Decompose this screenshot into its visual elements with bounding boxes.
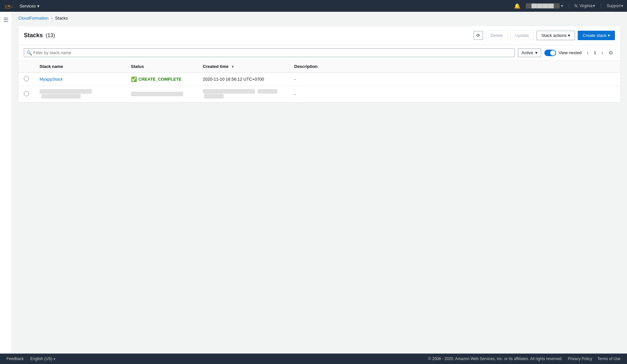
feedback-link[interactable]: Feedback bbox=[7, 356, 24, 361]
table-row: MyappStack ✅ CREATE_COMPLETE 2020-11-10 … bbox=[19, 72, 620, 86]
region-menu[interactable]: N. Virginia ▾ bbox=[574, 4, 595, 8]
region-chevron-icon: ▾ bbox=[593, 4, 595, 8]
top-nav-right: 🔔 ████████ ▾ | N. Virginia ▾ | Support ▾ bbox=[514, 3, 623, 9]
create-stack-chevron-icon: ▾ bbox=[608, 33, 610, 38]
footer-left: Feedback English (US) ▾ bbox=[7, 356, 55, 361]
breadcrumb: CloudFormation › Stacks bbox=[18, 16, 620, 21]
page-number: 1 bbox=[592, 50, 598, 55]
breadcrumb-current: Stacks bbox=[55, 16, 68, 21]
user-menu[interactable]: ████████ ▾ bbox=[526, 3, 563, 8]
row1-radio[interactable] bbox=[24, 76, 29, 81]
aws-logo[interactable] bbox=[4, 3, 14, 9]
page-layout: ☰ CloudFormation › Stacks Stacks (13) ⟳ bbox=[0, 12, 627, 354]
hamburger-icon: ☰ bbox=[3, 16, 8, 24]
row2-radio[interactable] bbox=[24, 91, 29, 96]
table-row: - bbox=[19, 86, 620, 103]
col-header-description[interactable]: Description bbox=[289, 61, 620, 72]
toggle-knob bbox=[550, 50, 555, 55]
language-selector[interactable]: English (US) ▾ bbox=[30, 356, 55, 361]
row2-status-cell bbox=[126, 86, 198, 103]
status-complete-icon: ✅ bbox=[131, 76, 137, 82]
panel-header: Stacks (13) ⟳ Delete Update Stack action… bbox=[19, 26, 620, 45]
stack-actions-chevron-icon: ▾ bbox=[568, 33, 570, 38]
row1-created-cell: 2020-11-10 16:56:12 UTC+0700 bbox=[198, 72, 289, 86]
services-chevron-icon: ▾ bbox=[37, 4, 40, 8]
refresh-button[interactable]: ⟳ bbox=[474, 31, 483, 40]
search-wrapper: 🔍 bbox=[24, 48, 515, 57]
support-menu[interactable]: Support ▾ bbox=[607, 4, 623, 8]
create-stack-button[interactable]: Create stack ▾ bbox=[578, 31, 615, 40]
row2-created-redacted2 bbox=[258, 89, 277, 94]
stacks-panel: Stacks (13) ⟳ Delete Update Stack action… bbox=[18, 26, 620, 103]
row1-radio-cell bbox=[19, 72, 34, 86]
prev-page-button[interactable]: ‹ bbox=[585, 49, 590, 57]
row2-created-redacted3 bbox=[204, 94, 224, 99]
panel-title: Stacks (13) bbox=[24, 32, 55, 39]
stack-name-filter-input[interactable] bbox=[24, 48, 515, 57]
sort-created-icon: ▼ bbox=[231, 65, 234, 69]
top-nav-left: Services ▾ bbox=[4, 3, 40, 9]
row1-status-cell: ✅ CREATE_COMPLETE bbox=[126, 72, 198, 86]
status-filter-chevron-icon: ▾ bbox=[535, 50, 538, 55]
footer-right: © 2008 - 2020, Amazon Web Services, Inc.… bbox=[428, 356, 620, 361]
col-header-status[interactable]: Status bbox=[126, 61, 198, 72]
col-header-name[interactable]: Stack name bbox=[34, 61, 126, 72]
pagination: ‹ 1 › ⚙ bbox=[585, 48, 615, 57]
view-nested-label: View nested bbox=[559, 50, 582, 55]
main-content: CloudFormation › Stacks Stacks (13) ⟳ De… bbox=[12, 12, 627, 354]
stacks-table: Stack name Status Created time ▼ Descrip… bbox=[19, 61, 620, 103]
row1-status-badge: ✅ CREATE_COMPLETE bbox=[131, 76, 192, 82]
top-nav: Services ▾ 🔔 ████████ ▾ | N. Virginia ▾ … bbox=[0, 0, 627, 12]
view-nested-toggle[interactable] bbox=[544, 50, 556, 56]
row2-created-cell bbox=[198, 86, 289, 103]
footer: Feedback English (US) ▾ © 2008 - 2020, A… bbox=[0, 354, 627, 364]
terms-of-use-link[interactable]: Terms of Use bbox=[597, 356, 620, 361]
support-chevron-icon: ▾ bbox=[621, 4, 623, 8]
notification-bell-icon[interactable]: 🔔 bbox=[514, 3, 521, 9]
user-chevron-icon: ▾ bbox=[561, 4, 563, 8]
language-chevron-icon: ▾ bbox=[54, 357, 55, 361]
sidebar-toggle-button[interactable]: ☰ bbox=[0, 12, 12, 354]
stack-actions-button[interactable]: Stack actions ▾ bbox=[537, 31, 575, 40]
row2-status-redacted bbox=[131, 92, 183, 96]
search-icon: 🔍 bbox=[26, 50, 32, 55]
user-name: ████████ bbox=[526, 3, 560, 8]
delete-button[interactable]: Delete bbox=[486, 31, 508, 40]
row1-name-cell: MyappStack bbox=[34, 72, 126, 86]
row2-desc-cell: - bbox=[289, 86, 620, 103]
view-nested-toggle-wrap: View nested bbox=[544, 50, 582, 56]
row2-name-cell bbox=[34, 86, 126, 103]
next-page-button[interactable]: › bbox=[600, 49, 605, 57]
filter-bar: 🔍 Active ▾ View nested ‹ 1 › bbox=[19, 45, 620, 61]
row1-desc-cell: - bbox=[289, 72, 620, 86]
col-header-created[interactable]: Created time ▼ bbox=[198, 61, 289, 72]
breadcrumb-cloudformation-link[interactable]: CloudFormation bbox=[18, 16, 49, 21]
services-menu[interactable]: Services ▾ bbox=[20, 4, 40, 8]
panel-actions: ⟳ Delete Update Stack actions ▾ Create s… bbox=[474, 31, 615, 40]
update-button[interactable]: Update bbox=[510, 31, 534, 40]
row2-stack-name-redacted bbox=[40, 89, 92, 94]
table-header-row: Stack name Status Created time ▼ Descrip… bbox=[19, 61, 620, 72]
breadcrumb-separator: › bbox=[51, 16, 53, 21]
row2-stack-name-redacted2 bbox=[41, 94, 81, 99]
privacy-policy-link[interactable]: Privacy Policy bbox=[568, 356, 592, 361]
row1-stack-link[interactable]: MyappStack bbox=[40, 77, 63, 82]
column-settings-button[interactable]: ⚙ bbox=[606, 48, 615, 57]
row2-created-redacted bbox=[203, 89, 255, 94]
status-filter-dropdown[interactable]: Active ▾ bbox=[518, 48, 541, 57]
col-header-radio bbox=[19, 61, 34, 72]
row2-radio-cell bbox=[19, 86, 34, 103]
